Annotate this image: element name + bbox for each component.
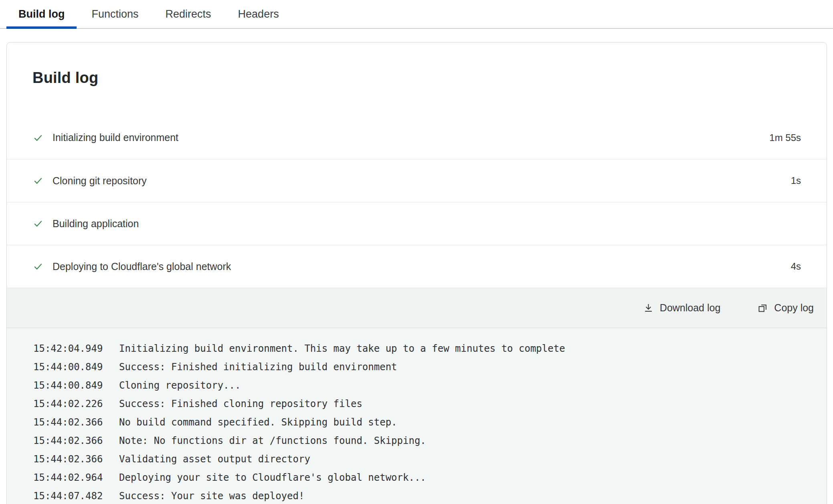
page-title: Build log	[32, 69, 801, 87]
step-row-initializing: Initializing build environment 1m 55s	[7, 116, 827, 159]
step-label: Cloning git repository	[53, 175, 147, 187]
step-row-cloning: Cloning git repository 1s	[7, 159, 827, 202]
log-toolbar: Download log Copy log	[7, 288, 827, 328]
tab-functions[interactable]: Functions	[79, 0, 150, 28]
deployment-tab-bar: Build log Functions Redirects Headers	[0, 0, 833, 29]
build-steps-list: Initializing build environment 1m 55s Cl…	[7, 116, 827, 288]
copy-log-button[interactable]: Copy log	[757, 302, 814, 314]
log-message: No build command specified. Skipping bui…	[119, 413, 397, 431]
log-message: Cloning repository...	[119, 376, 241, 395]
log-line: 15:44:02.366 No build command specified.…	[33, 413, 811, 431]
copy-log-label: Copy log	[774, 302, 814, 314]
log-line: 15:44:02.366 Note: No functions dir at /…	[33, 431, 811, 450]
step-duration: 4s	[791, 261, 801, 272]
log-message: Success: Your site was deployed!	[119, 487, 304, 504]
log-message: Note: No functions dir at /functions fou…	[119, 431, 426, 450]
tab-headers[interactable]: Headers	[226, 0, 291, 28]
copy-icon	[757, 302, 768, 313]
log-line: 15:44:07.482 Success: Your site was depl…	[33, 487, 811, 504]
log-message: Deploying your site to Cloudflare's glob…	[119, 468, 426, 487]
tab-redirects[interactable]: Redirects	[154, 0, 223, 28]
log-message: Initializing build environment. This may…	[119, 339, 565, 358]
step-label: Initializing build environment	[53, 132, 178, 143]
log-timestamp: 15:44:02.226	[33, 395, 103, 413]
tab-label: Build log	[18, 8, 65, 20]
build-log-output: 15:42:04.949 Initializing build environm…	[7, 328, 827, 504]
card-header: Build log	[7, 42, 827, 116]
step-label: Deploying to Cloudflare's global network	[53, 261, 231, 272]
tab-build-log[interactable]: Build log	[6, 0, 77, 28]
step-duration: 1m 55s	[769, 132, 801, 143]
log-line: 15:44:00.849 Cloning repository...	[33, 376, 811, 395]
check-icon	[32, 261, 44, 272]
log-timestamp: 15:44:07.482	[33, 487, 103, 504]
log-line: 15:44:02.366 Validating asset output dir…	[33, 450, 811, 468]
log-message: Validating asset output directory	[119, 450, 310, 468]
log-timestamp: 15:44:00.849	[33, 376, 103, 395]
log-line: 15:44:00.849 Success: Finished initializ…	[33, 358, 811, 376]
tab-label: Headers	[238, 8, 279, 20]
download-log-label: Download log	[660, 302, 721, 314]
log-line: 15:44:02.964 Deploying your site to Clou…	[33, 468, 811, 487]
log-timestamp: 15:44:02.964	[33, 468, 103, 487]
check-icon	[32, 218, 44, 229]
tab-label: Redirects	[166, 8, 211, 20]
check-icon	[32, 175, 44, 186]
tab-label: Functions	[91, 8, 138, 20]
log-message: Success: Finished initializing build env…	[119, 358, 397, 376]
log-timestamp: 15:44:02.366	[33, 450, 103, 468]
log-timestamp: 15:42:04.949	[33, 339, 103, 358]
log-timestamp: 15:44:02.366	[33, 431, 103, 450]
download-icon	[643, 302, 654, 313]
step-label: Building application	[53, 218, 139, 230]
check-icon	[32, 132, 44, 143]
step-row-building: Building application	[7, 202, 827, 245]
log-timestamp: 15:44:00.849	[33, 358, 103, 376]
build-log-card: Build log Initializing build environment…	[6, 42, 827, 504]
log-timestamp: 15:44:02.366	[33, 413, 103, 431]
log-message: Success: Finished cloning repository fil…	[119, 395, 362, 413]
log-line: 15:44:02.226 Success: Finished cloning r…	[33, 395, 811, 413]
step-row-deploying: Deploying to Cloudflare's global network…	[7, 245, 827, 288]
log-line: 15:42:04.949 Initializing build environm…	[33, 339, 811, 358]
step-duration: 1s	[791, 175, 801, 186]
download-log-button[interactable]: Download log	[643, 302, 721, 314]
